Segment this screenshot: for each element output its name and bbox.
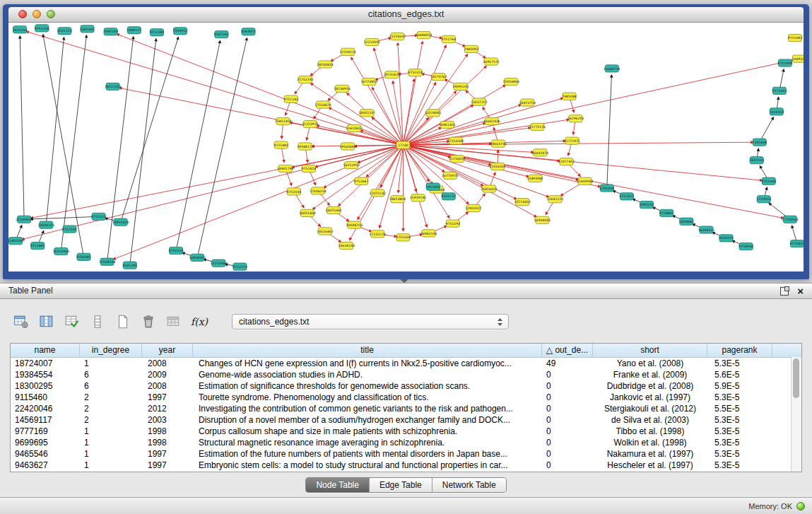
graph-node[interactable]: 21252976 — [302, 120, 319, 127]
graph-node[interactable]: 16770975 — [442, 172, 459, 179]
graph-node[interactable]: 1414350 — [770, 108, 784, 115]
graph-edge[interactable] — [403, 145, 427, 227]
edit-table-icon[interactable] — [64, 313, 81, 330]
graph-node[interactable]: 12002427 — [465, 204, 482, 211]
graph-node[interactable]: 1595838 — [752, 139, 767, 146]
graph-edge[interactable] — [403, 45, 446, 145]
graph-edge[interactable] — [607, 75, 612, 188]
graph-node[interactable]: 12152069 — [211, 259, 228, 267]
graph-node[interactable]: 12610651 — [346, 124, 363, 132]
graph-edge[interactable] — [30, 145, 404, 218]
graph-node[interactable]: 12504104 — [99, 258, 116, 265]
graph-node[interactable]: 6791928 — [599, 185, 614, 192]
graph-node[interactable]: 9752174 — [233, 263, 247, 270]
column-header-short[interactable]: short — [593, 344, 707, 357]
new-table-icon[interactable] — [114, 313, 131, 330]
graph-node[interactable]: 9751472 — [620, 193, 635, 200]
graph-edge[interactable] — [403, 145, 483, 186]
graph-node[interactable]: 16961426 — [439, 121, 456, 128]
graph-node[interactable]: 7492184 — [103, 28, 118, 35]
graph-node[interactable]: 15056804 — [502, 78, 519, 85]
graph-node[interactable]: 7485088 — [562, 93, 577, 100]
graph-node[interactable]: 9752647 — [354, 177, 369, 185]
graph-edge[interactable] — [176, 40, 220, 250]
graph-edge[interactable] — [403, 54, 467, 145]
function-builder-button[interactable]: f(x) — [191, 313, 208, 330]
graph-node[interactable]: 2021153 — [57, 28, 72, 35]
graph-node[interactable]: 9751592 — [446, 220, 461, 227]
graph-node[interactable]: 16570763 — [430, 74, 447, 81]
graph-node[interactable]: 1685442 — [80, 25, 95, 33]
graph-node[interactable]: 15775126 — [529, 123, 546, 130]
graph-node[interactable]: 18663746 — [490, 140, 507, 147]
graph-node[interactable]: 9751280 — [150, 29, 165, 36]
graph-node[interactable]: 15037257 — [471, 98, 488, 105]
memory-status-indicator[interactable] — [796, 502, 805, 510]
graph-node[interactable]: 19588271 — [297, 143, 314, 150]
graph-node[interactable]: 16253940 — [53, 247, 70, 255]
graph-edge[interactable] — [403, 60, 793, 145]
graph-node[interactable]: 16051464 — [299, 209, 316, 216]
table-row[interactable]: 946362711997Embryonic stem cells: a mode… — [11, 460, 801, 471]
network-window-titlebar[interactable]: citations_edges.txt — [8, 7, 804, 23]
graph-node[interactable]: 1933952 — [173, 28, 188, 35]
graph-node[interactable]: 16684054 — [416, 32, 433, 39]
graph-node[interactable]: 16642874 — [532, 149, 549, 156]
graph-node[interactable]: 16774853 — [361, 78, 378, 85]
graph-node[interactable]: 15493981 — [527, 175, 544, 182]
graph-node[interactable]: 9751638 — [396, 234, 411, 241]
graph-node[interactable]: 1649332 — [792, 55, 804, 62]
graph-node[interactable]: 16961106 — [420, 230, 437, 237]
graph-node[interactable]: 9751228 — [35, 25, 49, 32]
graph-node[interactable]: 10048754 — [346, 221, 363, 228]
graph-node[interactable]: 12506254 — [310, 187, 326, 194]
graph-node[interactable]: 9751683 — [788, 35, 803, 42]
graph-node[interactable]: 16958302 — [189, 254, 206, 261]
graph-node[interactable]: 9751426 — [302, 165, 317, 172]
graph-node[interactable]: 1210053 — [756, 196, 771, 203]
graph-node[interactable]: 9752034 — [287, 188, 302, 195]
graph-node[interactable]: 14634244 — [338, 243, 355, 250]
table-scrollbar[interactable] — [791, 357, 801, 472]
graph-node[interactable]: 17240 — [396, 141, 410, 148]
show-columns-icon[interactable] — [38, 313, 55, 330]
graph-node[interactable]: 16251950 — [343, 161, 360, 168]
table-row[interactable]: 977716911998Corpus callosum shape and si… — [11, 426, 801, 437]
graph-node[interactable]: 1895532 — [640, 201, 654, 208]
graph-node[interactable]: 16296203 — [567, 115, 584, 122]
graph-edge[interactable] — [347, 93, 404, 145]
graph-node[interactable]: 17554300 — [447, 137, 464, 144]
column-header-pagerank[interactable]: pagerank — [707, 344, 772, 357]
close-panel-icon[interactable]: × — [797, 287, 804, 296]
graph-node[interactable]: 1844127 — [127, 27, 142, 34]
graph-node[interactable]: 6775424 — [790, 240, 804, 247]
graph-node[interactable]: 15775971 — [564, 137, 581, 144]
delete-table-icon[interactable] — [140, 313, 157, 330]
tab-edge-table[interactable]: Edge Table — [369, 478, 432, 492]
graph-node[interactable]: 12077452 — [558, 158, 575, 165]
graph-node[interactable]: 9751099 — [778, 59, 793, 66]
graph-node[interactable]: 18301237 — [359, 110, 376, 117]
graph-node[interactable]: 9750936 — [739, 243, 753, 250]
graph-node[interactable]: 9535737 — [441, 193, 456, 200]
graph-node[interactable]: 9751764 — [441, 35, 456, 42]
column-header-name[interactable]: name — [11, 344, 80, 357]
graph-node[interactable]: 8507342 — [214, 31, 229, 38]
graph-node[interactable]: 17703563 — [782, 216, 799, 223]
graph-node[interactable]: 8183057 — [241, 28, 256, 35]
graph-node[interactable]: 9245073 — [719, 235, 734, 242]
close-window-button[interactable] — [18, 10, 27, 18]
table-row[interactable]: 1830029562008Estimation of significance … — [11, 380, 801, 392]
graph-edge[interactable] — [403, 145, 529, 177]
graph-node[interactable]: 9751183 — [284, 95, 299, 103]
graph-edge[interactable] — [121, 37, 179, 222]
graph-node[interactable]: 9751553 — [91, 213, 106, 220]
graph-node[interactable]: 9273442 — [772, 87, 787, 94]
graph-node[interactable]: 20732625 — [384, 71, 401, 78]
table-row[interactable]: 946554611997Estimation of the future num… — [11, 448, 801, 460]
float-panel-icon[interactable] — [780, 287, 789, 296]
graph-node[interactable]: 16957575 — [483, 58, 500, 65]
graph-node[interactable]: 26511203 — [105, 83, 122, 90]
row-selector-icon[interactable] — [89, 313, 106, 330]
graph-edge[interactable] — [197, 37, 247, 257]
